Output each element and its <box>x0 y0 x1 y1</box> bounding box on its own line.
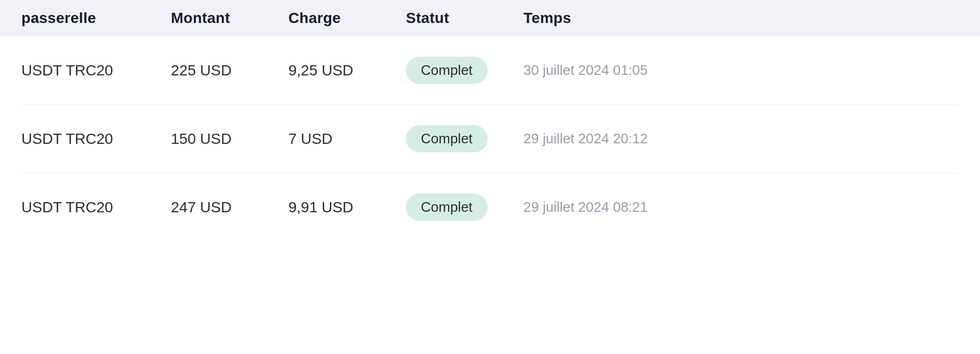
cell-temps: 29 juillet 2024 20:12 <box>523 130 959 147</box>
cell-passerelle: USDT TRC20 <box>21 130 171 148</box>
header-passerelle: passerelle <box>21 10 171 27</box>
cell-statut: Complet <box>406 194 523 221</box>
table-row: USDT TRC20 225 USD 9,25 USD Complet 30 j… <box>21 36 959 105</box>
cell-passerelle: USDT TRC20 <box>21 62 171 79</box>
cell-montant: 150 USD <box>171 130 288 148</box>
table-body: USDT TRC20 225 USD 9,25 USD Complet 30 j… <box>0 36 980 241</box>
status-badge: Complet <box>406 125 488 152</box>
table-header: passerelle Montant Charge Statut Temps <box>0 0 980 36</box>
status-badge: Complet <box>406 194 488 221</box>
header-statut: Statut <box>406 10 523 27</box>
header-montant: Montant <box>171 10 288 27</box>
cell-charge: 9,91 USD <box>288 199 406 216</box>
table-row: USDT TRC20 150 USD 7 USD Complet 29 juil… <box>21 105 959 173</box>
cell-charge: 7 USD <box>288 130 406 148</box>
cell-temps: 30 juillet 2024 01:05 <box>523 62 959 79</box>
transactions-table: passerelle Montant Charge Statut Temps U… <box>0 0 980 241</box>
cell-statut: Complet <box>406 125 523 152</box>
status-badge: Complet <box>406 57 488 84</box>
cell-statut: Complet <box>406 57 523 84</box>
header-temps: Temps <box>523 10 959 27</box>
table-row: USDT TRC20 247 USD 9,91 USD Complet 29 j… <box>21 173 959 241</box>
header-charge: Charge <box>288 10 406 27</box>
cell-passerelle: USDT TRC20 <box>21 199 171 216</box>
cell-temps: 29 juillet 2024 08:21 <box>523 199 959 216</box>
cell-montant: 225 USD <box>171 62 288 79</box>
cell-charge: 9,25 USD <box>288 62 406 79</box>
cell-montant: 247 USD <box>171 199 288 216</box>
